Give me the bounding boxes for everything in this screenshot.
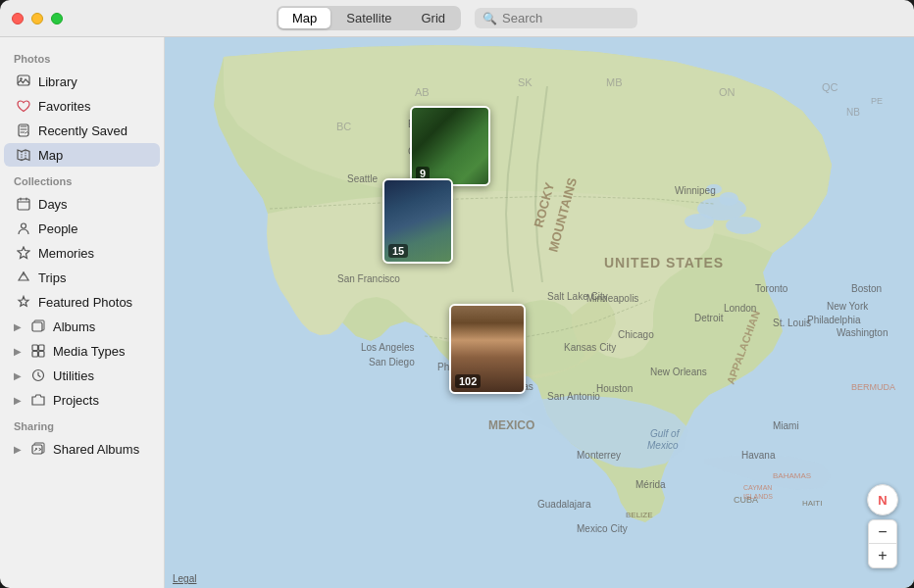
sidebar-item-shared-albums[interactable]: ▶ Shared Albums <box>4 437 160 461</box>
svg-text:Guadalajara: Guadalajara <box>537 499 591 510</box>
svg-rect-8 <box>32 352 38 358</box>
svg-text:Washington: Washington <box>837 327 888 338</box>
svg-point-15 <box>685 214 714 229</box>
media-types-label: Media Types <box>53 344 125 359</box>
app-window: Map Satellite Grid 🔍 Photos <box>0 0 914 588</box>
svg-text:Winnipeg: Winnipeg <box>675 185 716 196</box>
sidebar-item-recently-saved[interactable]: Recently Saved <box>4 119 160 142</box>
portrait-photo-pin[interactable]: 102 <box>449 304 526 394</box>
svg-text:Kansas City: Kansas City <box>564 342 616 353</box>
svg-text:Mexico: Mexico <box>647 440 679 451</box>
trips-icon <box>16 270 31 285</box>
svg-rect-7 <box>39 345 45 351</box>
zoom-out-button[interactable]: − <box>869 520 896 544</box>
favorites-icon <box>16 98 31 114</box>
sidebar-item-media-types[interactable]: ▶ Media Types <box>4 339 160 363</box>
shared-albums-expand-arrow: ▶ <box>14 444 22 455</box>
svg-text:QC: QC <box>822 81 838 93</box>
maximize-button[interactable] <box>51 13 63 24</box>
trips-label: Trips <box>38 270 66 285</box>
svg-text:New Orleans: New Orleans <box>650 367 707 377</box>
map-view-button[interactable]: Map <box>279 8 330 28</box>
search-input[interactable] <box>502 11 630 25</box>
projects-icon <box>30 392 46 408</box>
svg-rect-0 <box>18 75 29 85</box>
svg-text:Los Angeles: Los Angeles <box>361 342 415 353</box>
sidebar-section-photos: Photos <box>0 45 164 69</box>
sidebar: Photos Library Favorites <box>0 37 165 588</box>
sidebar-item-projects[interactable]: ▶ Projects <box>4 388 160 412</box>
sidebar-item-memories[interactable]: Memories <box>4 241 160 265</box>
sidebar-item-utilities[interactable]: ▶ Utilities <box>4 364 160 387</box>
coastal-photo-pin[interactable]: 15 <box>382 178 453 264</box>
svg-point-4 <box>22 223 26 228</box>
grid-view-button[interactable]: Grid <box>407 8 459 28</box>
svg-text:PE: PE <box>871 96 883 106</box>
projects-expand-arrow: ▶ <box>14 395 22 406</box>
svg-text:BAHAMAS: BAHAMAS <box>773 471 811 480</box>
svg-text:BELIZE: BELIZE <box>626 511 653 519</box>
zoom-controls: − + <box>868 519 897 568</box>
svg-rect-9 <box>39 352 45 358</box>
days-label: Days <box>38 197 68 212</box>
featured-photos-label: Featured Photos <box>38 295 132 310</box>
portrait-pin-count: 102 <box>455 374 481 388</box>
recently-saved-icon <box>16 122 31 138</box>
forest-photo-pin[interactable]: 9 <box>410 106 490 186</box>
map-label: Map <box>38 148 63 163</box>
media-types-expand-arrow: ▶ <box>14 346 22 357</box>
svg-rect-5 <box>32 322 42 331</box>
sidebar-item-days[interactable]: Days <box>4 192 160 216</box>
sidebar-item-map[interactable]: Map <box>4 143 160 167</box>
minimize-button[interactable] <box>31 13 43 24</box>
svg-text:St. Louis: St. Louis <box>773 318 811 328</box>
shared-albums-label: Shared Albums <box>53 442 139 457</box>
compass-button[interactable]: N <box>867 484 898 515</box>
svg-rect-3 <box>18 199 29 210</box>
coastal-pin-count: 15 <box>388 244 408 258</box>
sidebar-item-featured-photos[interactable]: Featured Photos <box>4 290 160 314</box>
zoom-in-button[interactable]: + <box>869 544 896 567</box>
svg-text:ISLANDS: ISLANDS <box>743 493 773 500</box>
close-button[interactable] <box>12 13 24 24</box>
svg-text:Miami: Miami <box>773 420 799 431</box>
svg-text:Monterrey: Monterrey <box>577 450 621 461</box>
sidebar-item-albums[interactable]: ▶ Albums <box>4 315 160 338</box>
shared-albums-icon <box>30 441 46 457</box>
library-icon <box>16 74 31 89</box>
library-label: Library <box>38 74 77 89</box>
svg-text:Boston: Boston <box>851 283 882 294</box>
svg-text:ON: ON <box>719 86 736 98</box>
sidebar-item-people[interactable]: People <box>4 217 160 240</box>
memories-label: Memories <box>38 246 94 261</box>
svg-text:Havana: Havana <box>741 450 776 461</box>
svg-text:Mexico City: Mexico City <box>577 523 628 534</box>
albums-icon <box>30 318 46 334</box>
sidebar-item-trips[interactable]: Trips <box>4 266 160 289</box>
svg-text:San Diego: San Diego <box>369 357 415 368</box>
map-background: ROCKY MOUNTAINS UNITED STATES APPALACHIA… <box>165 37 914 588</box>
svg-text:MB: MB <box>606 76 623 88</box>
days-icon <box>16 196 31 212</box>
svg-text:CAYMAN: CAYMAN <box>743 484 772 491</box>
svg-text:Detroit: Detroit <box>694 313 724 323</box>
map-view[interactable]: ROCKY MOUNTAINS UNITED STATES APPALACHIA… <box>165 37 914 588</box>
legal-link[interactable]: Legal <box>173 573 196 584</box>
svg-text:Salt Lake City: Salt Lake City <box>547 291 608 302</box>
svg-text:SK: SK <box>518 76 533 88</box>
svg-text:HAITI: HAITI <box>802 499 822 508</box>
search-box[interactable]: 🔍 <box>475 8 637 28</box>
satellite-view-button[interactable]: Satellite <box>332 8 405 28</box>
svg-text:BC: BC <box>336 121 351 132</box>
svg-text:Philadelphia: Philadelphia <box>807 315 861 325</box>
toolbar-center: Map Satellite Grid 🔍 <box>277 6 637 30</box>
svg-text:Toronto: Toronto <box>755 283 788 294</box>
sidebar-section-collections: Collections <box>0 168 164 191</box>
sidebar-item-library[interactable]: Library <box>4 70 160 93</box>
svg-point-1 <box>20 77 22 79</box>
main-content: Photos Library Favorites <box>0 37 914 588</box>
utilities-expand-arrow: ▶ <box>14 370 22 381</box>
albums-expand-arrow: ▶ <box>14 321 22 332</box>
projects-label: Projects <box>53 393 99 408</box>
sidebar-item-favorites[interactable]: Favorites <box>4 94 160 118</box>
